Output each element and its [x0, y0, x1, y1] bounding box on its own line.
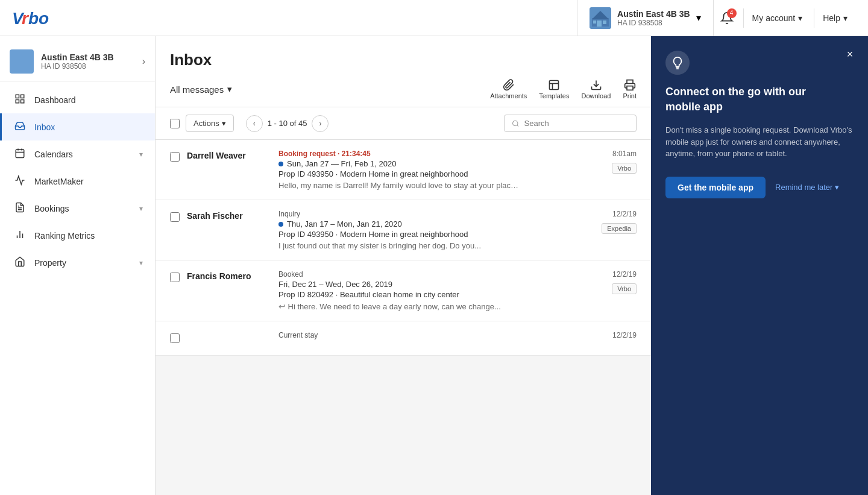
- message-checkbox-4[interactable]: [170, 333, 180, 345]
- bookings-icon: [14, 202, 26, 215]
- message-sender-2: Sarah Fischer: [187, 211, 271, 221]
- sidebar-item-dashboard[interactable]: Dashboard: [0, 86, 155, 113]
- search-input[interactable]: [524, 119, 629, 128]
- svg-rect-13: [16, 150, 24, 158]
- svg-rect-11: [16, 100, 19, 103]
- sidebar-property-info: Austin East 4B 3B HA ID 938508: [41, 52, 114, 71]
- unread-indicator-2: [278, 222, 283, 227]
- filter-chevron-icon: ▾: [227, 84, 232, 95]
- get-mobile-app-button[interactable]: Get the mobile app: [665, 177, 766, 198]
- message-sender-1: Darrell Weaver: [187, 151, 271, 160]
- message-body-2: Inquiry Thu, Jan 17 – Mon, Jan 21, 2020 …: [278, 210, 594, 250]
- property-selector-chevron-icon: ▾: [696, 12, 701, 24]
- my-account-button[interactable]: My account ▾: [743, 8, 811, 28]
- inbox-header: Inbox All messages ▾ Attachments Templat…: [156, 36, 651, 107]
- nav-property-name: Austin East 4B 3B: [617, 9, 690, 19]
- attachments-label: Attachments: [490, 92, 527, 99]
- next-page-button[interactable]: ›: [312, 115, 329, 132]
- sidebar-inbox-label: Inbox: [34, 122, 143, 132]
- panel-description: Don't miss a single booking request. Dow…: [665, 124, 854, 160]
- property-selector[interactable]: Austin East 4B 3B HA ID 938508 ▾: [577, 0, 714, 36]
- message-source-1: Vrbo: [612, 163, 637, 174]
- message-time-2: 12/2/19: [612, 210, 637, 218]
- remind-later-button[interactable]: Remind me later ▾: [775, 183, 839, 192]
- top-nav: V r bo Austin East 4B 3B HA ID 938508 ▾: [0, 0, 868, 36]
- download-icon: [590, 79, 602, 91]
- panel-close-button[interactable]: ×: [841, 46, 858, 63]
- sidebar-property-card[interactable]: Austin East 4B 3B HA ID 938508 ›: [0, 42, 155, 81]
- template-icon: [548, 79, 560, 91]
- all-messages-filter[interactable]: All messages ▾: [170, 84, 232, 95]
- actions-chevron-icon: ▾: [222, 119, 226, 128]
- message-preview-2: I just found out that my sister is bring…: [278, 241, 520, 250]
- reply-icon: ↩: [278, 301, 286, 311]
- download-label: Download: [581, 92, 611, 99]
- mobile-app-panel: × Connect on the go with our mobile app …: [651, 36, 868, 495]
- sidebar-item-marketmaker[interactable]: MarketMaker: [0, 168, 155, 195]
- main-layout: Austin East 4B 3B HA ID 938508 › Dashboa…: [0, 36, 868, 495]
- sidebar-property-name: Austin East 4B 3B: [41, 52, 114, 62]
- templates-button[interactable]: Templates: [539, 79, 569, 99]
- list-item[interactable]: Francis Romero Booked Fri, Dec 21 – Wed,…: [156, 260, 651, 321]
- sidebar-item-property[interactable]: Property ▾: [0, 249, 155, 276]
- print-icon: [624, 79, 636, 91]
- nav-right-actions: 4 My account ▾ Help ▾: [714, 5, 856, 31]
- remind-later-label: Remind me later: [775, 183, 832, 192]
- svg-rect-22: [550, 81, 559, 90]
- sidebar: Austin East 4B 3B HA ID 938508 › Dashboa…: [0, 36, 156, 495]
- notification-bell[interactable]: 4: [714, 5, 740, 31]
- message-checkbox-1[interactable]: [170, 152, 180, 164]
- print-button[interactable]: Print: [623, 79, 637, 99]
- list-item[interactable]: Sarah Fischer Inquiry Thu, Jan 17 – Mon,…: [156, 200, 651, 260]
- nav-property-id: HA ID 938508: [617, 19, 690, 27]
- lightbulb-icon: [671, 56, 684, 69]
- list-item[interactable]: Current stay 12/2/19: [156, 321, 651, 356]
- bookings-chevron-icon: ▾: [139, 204, 143, 213]
- message-status-3: Booked: [278, 270, 605, 279]
- sidebar-item-ranking-metrics[interactable]: Ranking Metrics: [0, 222, 155, 249]
- actions-button[interactable]: Actions ▾: [186, 115, 234, 132]
- help-chevron-icon: ▾: [843, 13, 848, 23]
- ranking-icon: [14, 229, 26, 242]
- actions-label: Actions: [193, 119, 219, 128]
- message-right-4: 12/2/19: [612, 331, 637, 339]
- message-checkbox-3[interactable]: [170, 273, 180, 285]
- message-right-1: 8:01am Vrbo: [612, 150, 637, 174]
- search-box[interactable]: [504, 115, 637, 132]
- my-account-label: My account: [752, 13, 796, 23]
- message-time-4: 12/2/19: [612, 331, 637, 339]
- select-all-checkbox[interactable]: [170, 119, 180, 128]
- property-chevron-icon: ▾: [139, 259, 143, 267]
- remind-chevron-icon: ▾: [835, 183, 839, 192]
- sidebar-property-label: Property: [34, 258, 131, 268]
- panel-cta: Get the mobile app Remind me later ▾: [665, 177, 854, 198]
- message-checkbox-2[interactable]: [170, 212, 180, 224]
- calendars-chevron-icon: ▾: [139, 150, 143, 159]
- property-icon: [14, 256, 26, 269]
- message-dates-2: Thu, Jan 17 – Mon, Jan 21, 2020: [278, 219, 594, 229]
- sidebar-marketmaker-label: MarketMaker: [34, 177, 143, 186]
- message-prop-1: Prop ID 493950 · Modern Home in great ne…: [278, 169, 605, 178]
- message-right-3: 12/2/19 Vrbo: [612, 270, 637, 294]
- print-label: Print: [623, 92, 637, 99]
- sidebar-item-calendars[interactable]: Calendars ▾: [0, 140, 155, 168]
- dashboard-icon: [14, 93, 26, 106]
- help-button[interactable]: Help ▾: [814, 8, 856, 28]
- sidebar-item-inbox[interactable]: Inbox: [0, 113, 155, 140]
- sidebar-property-chevron-icon: ›: [142, 56, 145, 67]
- panel-title: Connect on the go with our mobile app: [665, 84, 828, 115]
- svg-line-28: [517, 125, 518, 126]
- help-label: Help: [823, 13, 840, 23]
- svg-rect-10: [21, 95, 24, 98]
- notification-badge: 4: [727, 8, 737, 18]
- list-item[interactable]: Darrell Weaver Booking request · 21:34:4…: [156, 140, 651, 200]
- pagination: ‹ 1 - 10 of 45 ›: [246, 115, 329, 132]
- message-preview-3: ↩ Hi there. We need to leave a day early…: [278, 301, 520, 311]
- attachments-button[interactable]: Attachments: [490, 79, 527, 99]
- svg-rect-6: [597, 20, 602, 27]
- download-button[interactable]: Download: [581, 79, 611, 99]
- main-content: Inbox All messages ▾ Attachments Templat…: [156, 36, 651, 495]
- sidebar-item-bookings[interactable]: Bookings ▾: [0, 195, 155, 222]
- prev-page-button[interactable]: ‹: [246, 115, 263, 132]
- sidebar-bookings-label: Bookings: [34, 204, 131, 213]
